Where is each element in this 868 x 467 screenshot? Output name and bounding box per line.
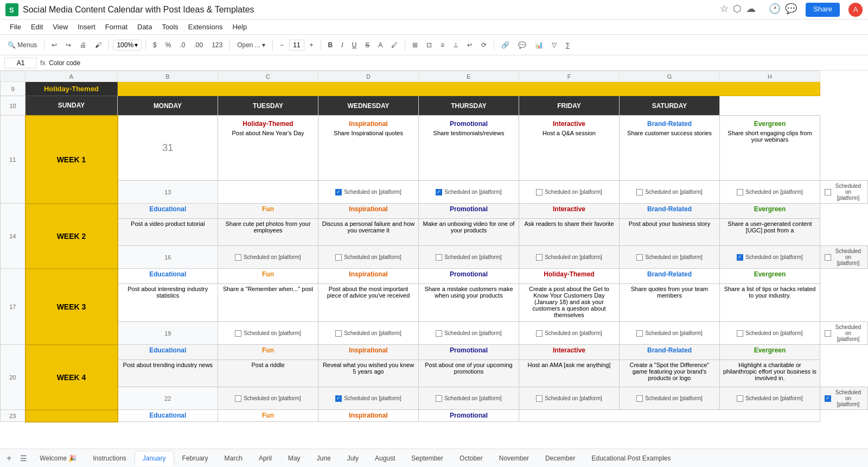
w4-wed-cb[interactable] <box>536 395 542 402</box>
w4-mon-sched[interactable]: Scheduled on [platform] <box>318 387 419 410</box>
w3-fri-sched[interactable]: Scheduled on [platform] <box>720 322 820 345</box>
font-size-field[interactable]: 11 <box>289 40 304 51</box>
week1-monday-sched[interactable]: Scheduled on [platform] <box>318 181 419 204</box>
col-header-h[interactable]: H <box>720 71 820 82</box>
tab-december[interactable]: December <box>537 451 583 466</box>
w3-sat-cb[interactable] <box>825 330 831 337</box>
tab-june[interactable]: June <box>309 451 339 466</box>
chart-btn[interactable]: 📊 <box>532 40 546 50</box>
menu-file[interactable]: File <box>5 22 25 32</box>
week1-wednesday-sched[interactable]: Scheduled on [platform] <box>519 181 620 204</box>
functions-btn[interactable]: ∑ <box>562 40 573 50</box>
w2-mon-cb[interactable] <box>335 254 342 261</box>
tab-instructions[interactable]: Instructions <box>85 451 134 466</box>
week1-thursday-checkbox[interactable] <box>636 189 643 195</box>
strikethrough-btn[interactable]: S <box>362 40 373 50</box>
comment-btn[interactable]: 💬 <box>515 40 529 50</box>
valign-btn[interactable]: ⊥ <box>450 40 462 50</box>
week2-fri-sched[interactable]: Scheduled on [platform] <box>720 246 820 269</box>
highlight-btn[interactable]: 🖊 <box>388 40 401 50</box>
col-header-a[interactable]: A <box>25 71 118 82</box>
w3-wed-sched[interactable]: Scheduled on [platform] <box>519 322 620 345</box>
w4-sun-sched[interactable]: Scheduled on [platform] <box>218 387 318 410</box>
menu-extensions[interactable]: Extensions <box>184 22 227 32</box>
week1-saturday-checkbox[interactable] <box>825 189 831 195</box>
w3-tue-cb[interactable] <box>436 330 442 337</box>
percent-btn[interactable]: % <box>162 40 175 50</box>
w3-wed-cb[interactable] <box>536 330 542 337</box>
week1-monday-checkbox[interactable] <box>335 189 342 195</box>
tab-march[interactable]: March <box>216 451 251 466</box>
w4-fri-sched[interactable]: Scheduled on [platform] <box>720 387 820 410</box>
w4-wed-sched[interactable]: Scheduled on [platform] <box>519 387 620 410</box>
w3-sun-sched[interactable]: Scheduled on [platform] <box>218 322 318 345</box>
w3-tue-sched[interactable]: Scheduled on [platform] <box>419 322 519 345</box>
menu-edit[interactable]: Edit <box>27 22 47 32</box>
zoom-control[interactable]: 100% ▾ <box>113 40 142 51</box>
underline-btn[interactable]: U <box>349 40 360 50</box>
cloud-icon[interactable]: ☁ <box>746 3 756 17</box>
search-menus-btn[interactable]: 🔍 Menus <box>4 40 40 50</box>
w2-tue-cb[interactable] <box>436 254 442 261</box>
paint-format-btn[interactable]: 🖌 <box>92 40 105 50</box>
tab-october[interactable]: October <box>451 451 491 466</box>
week2-sun-sched[interactable]: Scheduled on [platform] <box>218 246 318 269</box>
format-123-btn[interactable]: 123 <box>208 40 226 50</box>
w3-mon-cb[interactable] <box>335 330 342 337</box>
align-btn[interactable]: ≡ <box>437 40 448 50</box>
cell-reference[interactable]: A1 <box>4 58 37 68</box>
w3-mon-sched[interactable]: Scheduled on [platform] <box>318 322 419 345</box>
w4-thu-sched[interactable]: Scheduled on [platform] <box>620 387 720 410</box>
w4-fri-cb[interactable] <box>737 395 743 402</box>
w2-sun-cb[interactable] <box>235 254 241 261</box>
tab-july[interactable]: July <box>339 451 367 466</box>
w4-tue-sched[interactable]: Scheduled on [platform] <box>419 387 519 410</box>
menu-insert[interactable]: Insert <box>73 22 100 32</box>
week1-tuesday-checkbox[interactable] <box>436 189 442 195</box>
w4-sun-cb[interactable] <box>235 395 241 402</box>
w4-mon-cb[interactable] <box>335 395 342 402</box>
w4-sat-cb[interactable] <box>825 395 831 402</box>
tab-may[interactable]: May <box>280 451 309 466</box>
menu-data[interactable]: Data <box>133 22 156 32</box>
week2-sat-sched[interactable]: Scheduled on [platform] <box>820 246 868 269</box>
share-icon[interactable]: ⬡ <box>733 3 742 17</box>
redo-btn[interactable]: ↪ <box>62 40 74 50</box>
w4-thu-cb[interactable] <box>636 395 643 402</box>
font-size-dec[interactable]: − <box>277 40 287 50</box>
tab-welcome[interactable]: Welcome 🎉 <box>31 451 85 466</box>
week2-mon-sched[interactable]: Scheduled on [platform] <box>318 246 419 269</box>
tab-january[interactable]: January <box>135 451 174 466</box>
w2-sat-cb[interactable] <box>825 254 831 261</box>
week1-tuesday-sched[interactable]: Scheduled on [platform] <box>419 181 519 204</box>
menu-view[interactable]: View <box>48 22 72 32</box>
font-btn[interactable]: Open ... ▾ <box>234 40 269 50</box>
menu-format[interactable]: Format <box>101 22 132 32</box>
w3-sun-cb[interactable] <box>235 330 241 337</box>
bold-btn[interactable]: B <box>325 40 336 50</box>
print-btn[interactable]: 🖨 <box>76 40 90 50</box>
week1-friday-sched[interactable]: Scheduled on [platform] <box>720 181 820 204</box>
italic-btn[interactable]: I <box>338 40 346 50</box>
borders-btn[interactable]: ⊞ <box>409 40 421 50</box>
decimal-dec-btn[interactable]: .0 <box>176 40 188 50</box>
col-header-e[interactable]: E <box>419 71 519 82</box>
tab-april[interactable]: April <box>251 451 280 466</box>
week1-thursday-sched[interactable]: Scheduled on [platform] <box>620 181 720 204</box>
add-sheet-btn[interactable]: + <box>2 451 16 465</box>
star-icon[interactable]: ☆ <box>720 3 729 17</box>
decimal-inc-btn[interactable]: .00 <box>190 40 206 50</box>
filter-btn[interactable]: ▽ <box>548 40 560 50</box>
tab-august[interactable]: August <box>367 451 403 466</box>
account-icon[interactable]: A <box>848 3 863 17</box>
wrap-btn[interactable]: ↵ <box>464 40 476 50</box>
menu-tools[interactable]: Tools <box>157 22 182 32</box>
link-btn[interactable]: 🔗 <box>498 40 513 50</box>
w3-thu-cb[interactable] <box>636 330 643 337</box>
week1-wednesday-checkbox[interactable] <box>536 189 542 195</box>
share-button[interactable]: Share <box>806 3 840 17</box>
tab-november[interactable]: November <box>491 451 537 466</box>
col-header-b[interactable]: B <box>118 71 218 82</box>
w2-thu-cb[interactable] <box>636 254 643 261</box>
w4-sat-sched[interactable]: Scheduled on [platform] <box>820 387 868 410</box>
